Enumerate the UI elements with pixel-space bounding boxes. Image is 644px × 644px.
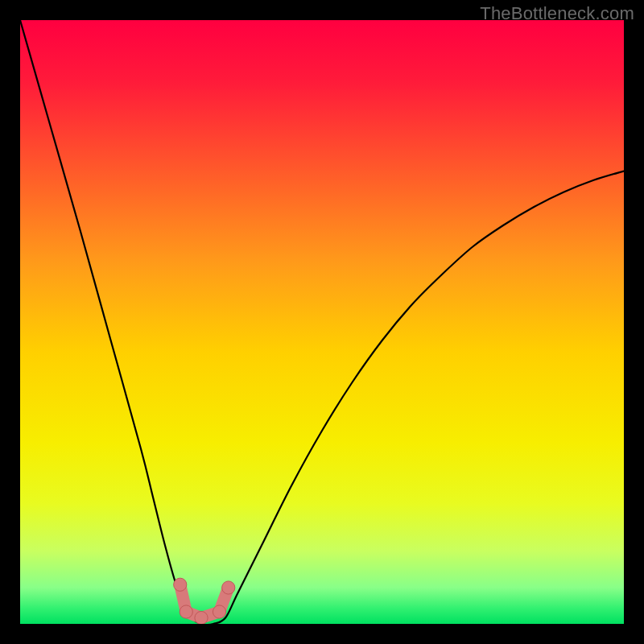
marker-mid [195,611,208,624]
watermark-text: TheBottleneck.com [480,3,634,24]
marker-right-bottom [213,605,225,618]
plot-svg [20,20,624,624]
marker-right-top [222,581,235,594]
marker-left-top [174,578,187,591]
gradient-background [20,20,624,624]
marker-left-bottom [180,605,192,618]
chart-frame [20,20,624,624]
